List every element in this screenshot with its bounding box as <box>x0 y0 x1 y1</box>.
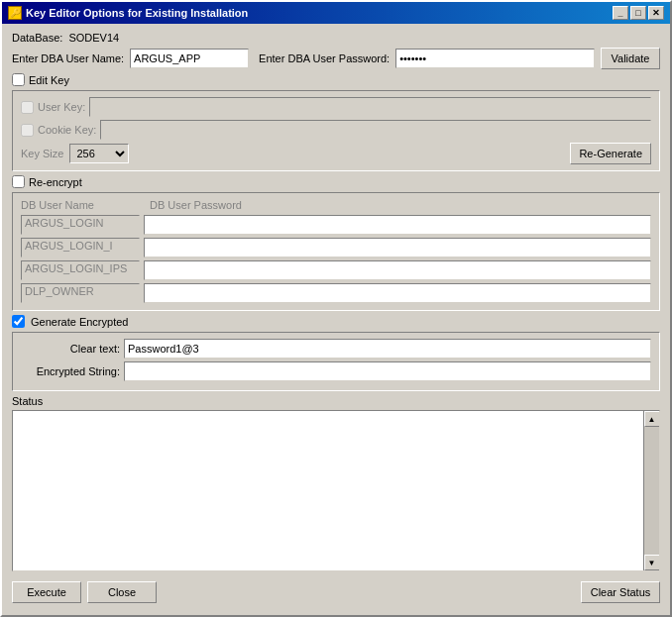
content-area: DataBase: SODEV14 Enter DBA User Name: E… <box>2 24 670 615</box>
db-row-1: ARGUS_LOGIN <box>21 215 651 235</box>
db-user-3: ARGUS_LOGIN_IPS <box>21 260 140 280</box>
generate-encrypted-group: Clear text: Encrypted String: <box>12 332 660 391</box>
database-row: DataBase: SODEV14 <box>12 32 660 44</box>
main-window: 🔑 Key Editor Options for Existing Instal… <box>0 0 672 617</box>
clear-status-button[interactable]: Clear Status <box>581 581 660 603</box>
window-title: Key Editor Options for Existing Installa… <box>26 7 248 19</box>
generate-encrypted-section: Generate Encrypted Clear text: Encrypted… <box>12 315 660 391</box>
dba-user-row: Enter DBA User Name: Enter DBA User Pass… <box>12 48 660 69</box>
database-value: SODEV14 <box>68 32 119 44</box>
cookie-key-label: Cookie Key: <box>38 124 96 136</box>
col-user-header: DB User Name <box>21 199 150 211</box>
edit-key-label: Edit Key <box>29 74 69 86</box>
title-icon: 🔑 <box>8 6 22 20</box>
db-pass-4[interactable] <box>144 283 651 303</box>
db-user-1: ARGUS_LOGIN <box>21 215 140 235</box>
re-encrypt-section: Re-encrypt DB User Name DB User Password… <box>12 175 660 311</box>
generate-encrypted-checkbox[interactable] <box>12 315 25 328</box>
scroll-up-button[interactable]: ▲ <box>644 411 660 427</box>
db-row-2: ARGUS_LOGIN_I <box>21 238 651 257</box>
col-pass-header: DB User Password <box>150 199 651 211</box>
db-pass-1[interactable] <box>144 215 651 235</box>
encrypted-input[interactable] <box>124 361 651 381</box>
db-pass-2[interactable] <box>144 238 651 257</box>
bottom-buttons: Execute Close Clear Status <box>12 575 660 607</box>
database-label: DataBase: <box>12 32 62 44</box>
generate-encrypted-label: Generate Encrypted <box>31 316 128 328</box>
db-user-4: DLP_OWNER <box>21 283 140 303</box>
validate-button[interactable]: Validate <box>601 48 660 69</box>
re-encrypt-checkbox[interactable] <box>12 175 25 188</box>
user-key-checkbox[interactable] <box>21 101 34 114</box>
db-pass-3[interactable] <box>144 260 651 280</box>
status-section: Status ▲ ▼ <box>12 395 660 571</box>
title-bar: 🔑 Key Editor Options for Existing Instal… <box>2 2 670 24</box>
dba-pass-input[interactable] <box>395 49 595 68</box>
status-box: ▲ ▼ <box>12 410 660 571</box>
dba-pass-label: Enter DBA User Password: <box>259 52 390 64</box>
execute-button[interactable]: Execute <box>12 581 81 603</box>
key-size-label: Key Size <box>21 148 63 159</box>
close-button[interactable]: ✕ <box>648 6 664 20</box>
cookie-key-checkbox[interactable] <box>21 124 34 137</box>
re-encrypt-group: DB User Name DB User Password ARGUS_LOGI… <box>12 192 660 311</box>
scroll-down-button[interactable]: ▼ <box>644 555 660 570</box>
edit-key-group: User Key: Cookie Key: Key Size 256 128 5… <box>12 90 660 171</box>
scrollbar-vertical: ▲ ▼ <box>643 411 659 570</box>
key-size-select[interactable]: 256 128 512 <box>69 144 129 163</box>
regenerate-button[interactable]: Re-Generate <box>570 143 651 164</box>
edit-key-section: Edit Key User Key: Cookie Key: Key Size <box>12 73 660 171</box>
maximize-button[interactable]: □ <box>630 6 646 20</box>
status-label: Status <box>12 395 660 407</box>
cleartext-label: Clear text: <box>21 343 120 355</box>
re-encrypt-label: Re-encrypt <box>29 176 82 188</box>
user-key-label: User Key: <box>38 101 85 113</box>
encrypted-label: Encrypted String: <box>21 365 120 377</box>
edit-key-checkbox[interactable] <box>12 73 25 86</box>
db-row-4: DLP_OWNER <box>21 283 651 303</box>
cleartext-input[interactable] <box>124 339 651 359</box>
close-button[interactable]: Close <box>87 581 157 603</box>
dba-user-input[interactable] <box>130 49 249 68</box>
minimize-button[interactable]: _ <box>613 6 628 20</box>
title-buttons: _ □ ✕ <box>613 6 664 20</box>
scroll-track <box>644 427 660 555</box>
user-key-input[interactable] <box>89 97 651 117</box>
db-row-3: ARGUS_LOGIN_IPS <box>21 260 651 280</box>
dba-user-label: Enter DBA User Name: <box>12 52 124 64</box>
status-content <box>13 411 643 570</box>
db-user-2: ARGUS_LOGIN_I <box>21 238 140 257</box>
cookie-key-input[interactable] <box>100 120 651 140</box>
